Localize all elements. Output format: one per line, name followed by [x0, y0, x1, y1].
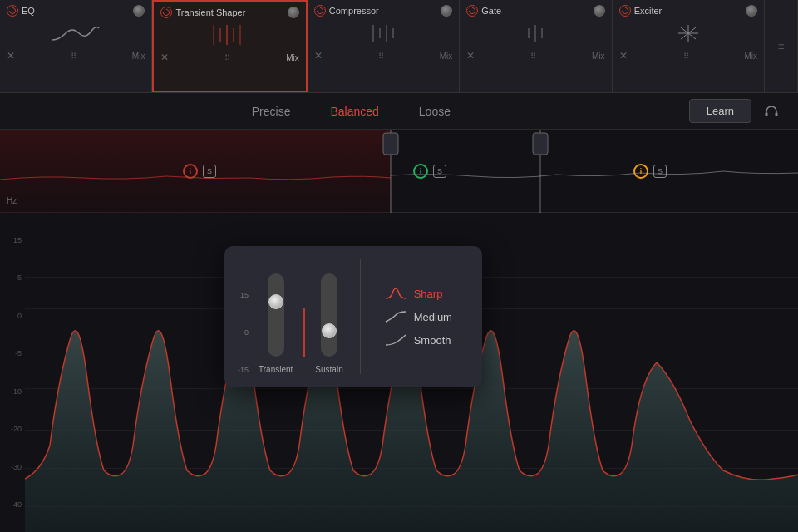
y-label-5: 5	[0, 273, 25, 282]
plugin-slot-transient-shaper[interactable]: Transient Shaper ✕ ⠿ Mix	[152, 0, 307, 92]
plugin-name-gate: Gate	[481, 6, 589, 16]
mix-label-eq: Mix	[132, 52, 145, 61]
plugin-name-exciter: Exciter	[634, 6, 742, 16]
sustain-slider[interactable]	[321, 273, 337, 357]
y-axis: 15 5 0 -5 -10 -20 -30 -40	[0, 213, 25, 532]
hz-label: Hz	[7, 196, 17, 205]
curve-options: Sharp Medium Smooth	[384, 259, 452, 374]
smooth-label: Smooth	[414, 334, 451, 347]
plugin-slot-compressor[interactable]: Compressor ✕ ⠿ Mix	[308, 0, 460, 92]
scale-mid: 0	[238, 328, 249, 337]
headphone-button[interactable]	[758, 98, 785, 125]
sustain-slider-col: Sustain	[315, 273, 342, 374]
knob-gate[interactable]	[594, 5, 605, 17]
power-icon-exciter[interactable]	[619, 5, 631, 17]
plugin-name-ts: Transient Shaper	[175, 7, 283, 17]
smooth-curve-icon	[384, 333, 407, 347]
eq-waveform	[7, 20, 145, 47]
mix-label-ts: Mix	[286, 53, 299, 62]
plugin-name-comp: Compressor	[329, 6, 437, 16]
power-icon-eq[interactable]	[7, 5, 18, 17]
svg-rect-16	[766, 112, 768, 116]
sharp-curve-icon	[384, 287, 407, 300]
power-icon-gate[interactable]	[466, 5, 478, 17]
s-badge-2[interactable]: S	[433, 165, 446, 178]
grid-icon-ts: ⠿	[224, 53, 230, 62]
spectrum-area: i S i S i S Hz	[0, 130, 798, 213]
power-icon-ts[interactable]	[160, 7, 172, 18]
tab-loose[interactable]: Loose	[399, 98, 470, 125]
knob-comp[interactable]	[441, 5, 452, 17]
panel-divider	[360, 259, 361, 374]
band-icon-3[interactable]: i	[633, 164, 648, 179]
y-label-n30: -30	[0, 463, 25, 471]
comp-waveform	[314, 20, 452, 47]
transient-thumb[interactable]	[268, 294, 283, 309]
medium-curve-icon	[384, 310, 407, 323]
mode-bar: Precise Balanced Loose Learn	[0, 93, 798, 130]
band-icon-2[interactable]: i	[413, 164, 428, 179]
band-marker-1[interactable]: i S	[183, 164, 216, 179]
transient-slider[interactable]	[268, 273, 284, 357]
close-icon-ts[interactable]: ✕	[160, 52, 169, 63]
tab-balanced[interactable]: Balanced	[310, 98, 398, 125]
transient-label: Transient	[259, 365, 293, 374]
power-icon-comp[interactable]	[314, 5, 326, 17]
exciter-waveform	[619, 20, 757, 47]
transient-slider-col: Transient	[259, 273, 293, 374]
mix-label-exciter: Mix	[744, 52, 757, 61]
s-badge-1[interactable]: S	[203, 165, 216, 178]
sharp-label: Sharp	[414, 288, 443, 300]
y-label-n20: -20	[0, 425, 25, 433]
red-divider	[303, 308, 305, 357]
mix-label-gate: Mix	[592, 52, 605, 61]
mix-label-comp: Mix	[440, 52, 453, 61]
close-icon-exciter[interactable]: ✕	[619, 50, 628, 62]
mode-tabs: Precise Balanced Loose	[13, 98, 689, 125]
tab-precise[interactable]: Precise	[232, 98, 311, 125]
plugin-slot-gate[interactable]: Gate ✕ ⠿ Mix	[460, 0, 612, 92]
plugin-bar: EQ ✕ ⠿ Mix Transient Shaper	[0, 0, 798, 93]
y-label-n10: -10	[0, 387, 25, 396]
y-label-n5: -5	[0, 349, 25, 357]
plugin-name-eq: EQ	[22, 6, 130, 16]
y-label-n40: -40	[0, 500, 25, 509]
popup-panel: 15 0 -15 Transient Sustain	[224, 246, 482, 387]
plugin-slot-eq[interactable]: EQ ✕ ⠿ Mix	[0, 0, 152, 92]
medium-label: Medium	[414, 311, 452, 323]
grid-icon-exciter: ⠿	[683, 52, 689, 61]
knob-exciter[interactable]	[746, 5, 757, 17]
sliders-section: 15 0 -15 Transient Sustain	[238, 259, 343, 374]
curve-option-smooth[interactable]: Smooth	[384, 333, 452, 347]
scale-labels: 15 0 -15	[238, 291, 249, 374]
sustain-label: Sustain	[315, 365, 342, 374]
gate-waveform	[466, 20, 604, 47]
grid-icon-gate: ⠿	[530, 52, 536, 61]
svg-rect-21	[383, 133, 398, 155]
band-icon-1[interactable]: i	[183, 164, 198, 179]
curve-option-sharp[interactable]: Sharp	[384, 287, 452, 300]
close-icon-eq[interactable]: ✕	[7, 50, 15, 62]
grid-icon-comp: ⠿	[378, 52, 384, 61]
ts-waveform	[160, 22, 298, 48]
sustain-thumb[interactable]	[322, 323, 337, 338]
scale-bottom: -15	[238, 366, 249, 374]
menu-icon-extra: ≡	[777, 40, 784, 53]
curve-option-medium[interactable]: Medium	[384, 310, 452, 323]
band-marker-3[interactable]: i S	[633, 164, 667, 179]
main-content: 15 5 0 -5 -10 -20 -30 -40	[0, 213, 798, 532]
svg-rect-17	[776, 112, 778, 116]
s-badge-3[interactable]: S	[653, 165, 667, 178]
knob-ts[interactable]	[288, 7, 299, 18]
scale-top: 15	[238, 291, 249, 299]
y-label-0: 0	[0, 312, 25, 320]
plugin-slot-extra[interactable]: ≡	[765, 0, 798, 92]
band-marker-2[interactable]: i S	[413, 164, 446, 179]
svg-rect-22	[533, 133, 548, 155]
plugin-slot-exciter[interactable]: Exciter ✕ ⠿ Mix	[613, 0, 765, 92]
close-icon-comp[interactable]: ✕	[314, 50, 323, 62]
y-label-15: 15	[0, 236, 25, 244]
knob-eq[interactable]	[133, 5, 145, 17]
learn-button[interactable]: Learn	[689, 99, 751, 123]
close-icon-gate[interactable]: ✕	[466, 50, 475, 62]
